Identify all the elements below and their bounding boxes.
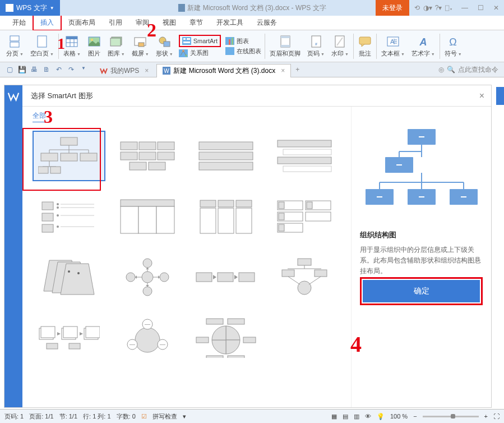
side-panel-tab-top[interactable] — [496, 87, 504, 105]
thumb-list-bars[interactable] — [189, 131, 262, 181]
ribbon-toggle-icon[interactable]: ⎕▾ — [445, 4, 454, 12]
table-button[interactable]: 表格▼ — [60, 30, 84, 62]
svg-rect-91 — [156, 206, 174, 233]
fullscreen-icon[interactable]: ⛶ — [493, 413, 500, 420]
thumb-list-indent[interactable] — [268, 131, 341, 181]
pagenum-button[interactable]: # 页码▼ — [304, 30, 328, 62]
thumb-table[interactable] — [111, 191, 184, 242]
wordart-label: 艺术字 — [411, 50, 430, 57]
doc-tab-current[interactable]: W 新建 Microsoft Word 文档 (3).docx × — [156, 64, 291, 77]
thumb-tree-circles[interactable] — [268, 252, 341, 302]
svg-line-128 — [309, 277, 321, 284]
zoom-slider[interactable] — [423, 416, 479, 417]
close-button[interactable]: ✕ — [488, 4, 504, 12]
close-tab-icon[interactable]: × — [281, 67, 285, 75]
view-lamp-icon[interactable]: 💡 — [377, 413, 385, 420]
relation-label: 关系图 — [190, 49, 209, 57]
comment-button[interactable]: 批注 — [355, 30, 375, 62]
add-tab-button[interactable]: + — [291, 66, 304, 73]
app-menu-button[interactable]: WPS 文字 ▼ — [0, 0, 60, 16]
thumb-process-arrows[interactable] — [189, 252, 262, 302]
relation-button[interactable]: 关系图 — [179, 49, 221, 57]
pagebreak-button[interactable]: 分页▼ — [3, 30, 27, 62]
thumb-segmented-circle[interactable] — [189, 312, 262, 363]
maximize-button[interactable]: ☐ — [473, 4, 488, 12]
close-tab-icon[interactable]: × — [145, 67, 149, 75]
qa-dropdown-icon[interactable]: ▼ — [80, 66, 87, 73]
skin-icon[interactable]: ◑▾ — [423, 4, 432, 12]
search-placeholder: 点此查找命令 — [458, 65, 498, 75]
category-all[interactable]: 全部 — [33, 111, 46, 122]
svg-text:A: A — [419, 36, 427, 47]
redo-icon[interactable]: ↷ — [67, 66, 75, 73]
tab-review[interactable]: 审阅 — [129, 16, 156, 30]
svg-rect-94 — [218, 200, 234, 207]
search-command[interactable]: ◎ 🔍 点此查找命令 — [438, 65, 498, 75]
zoom-in-button[interactable]: + — [484, 413, 488, 420]
thumb-split-list[interactable] — [268, 191, 341, 242]
thumb-radial[interactable] — [111, 252, 184, 302]
screenshot-button[interactable]: 截屏▼ — [128, 30, 152, 62]
tab-references[interactable]: 引用 — [102, 16, 129, 30]
pagenum-icon: # — [311, 35, 321, 48]
gallery-button[interactable]: 图库▼ — [104, 30, 128, 62]
thumb-columns[interactable] — [189, 191, 262, 242]
thumb-layered-pyramid[interactable] — [33, 252, 105, 302]
sync-icon[interactable]: ⟲ — [413, 4, 422, 12]
symbol-button[interactable]: Ω 符号▼ — [441, 30, 465, 62]
view-print-icon[interactable]: ▤ — [343, 413, 348, 420]
zoom-level[interactable]: 100 % — [390, 413, 408, 420]
new-icon[interactable]: ▢ — [6, 66, 13, 73]
thumb-bullets[interactable] — [33, 191, 105, 242]
tab-devtools[interactable]: 开发工具 — [210, 16, 250, 30]
help-icon[interactable]: ?▾ — [434, 4, 443, 12]
svg-text:—: — — [130, 341, 135, 347]
smartart-button[interactable]: SmartArt — [179, 35, 221, 47]
watermark-button[interactable]: 水印▼ — [328, 30, 352, 62]
onlinechart-button[interactable]: 在线图表 — [225, 47, 261, 56]
svg-rect-19 — [183, 42, 190, 43]
shapes-label: 形状 — [156, 50, 168, 57]
blankpage-button[interactable]: 空白页▼ — [27, 30, 57, 62]
ok-button[interactable]: 确定 — [363, 280, 480, 302]
tab-start[interactable]: 开始 — [6, 16, 33, 30]
textbox-button[interactable]: A 文本框▼ — [378, 30, 408, 62]
tab-view[interactable]: 视图 — [156, 16, 183, 30]
view-read-icon[interactable]: 👁 — [365, 413, 371, 420]
thumb-boxes-arrow[interactable] — [33, 312, 105, 363]
chart-button[interactable]: 图表 — [225, 37, 261, 45]
doc-tab-mywps[interactable]: 我的WPS × — [94, 64, 155, 77]
view-web-icon[interactable]: ▦ — [331, 413, 337, 420]
pagenum-label: 页码 — [307, 50, 320, 57]
status-words: 字数: 0 — [117, 412, 136, 421]
login-button[interactable]: 未登录 — [376, 0, 409, 16]
picture-button[interactable]: 图片 — [84, 30, 104, 62]
view-outline-icon[interactable]: ▥ — [354, 413, 359, 420]
svg-rect-29 — [229, 49, 230, 55]
svg-rect-121 — [298, 259, 311, 265]
shapes-button[interactable]: 形状▼ — [152, 30, 177, 62]
svg-rect-67 — [158, 152, 174, 160]
thumb-grid-boxes[interactable] — [111, 131, 184, 181]
wordart-button[interactable]: A 艺术字▼ — [408, 30, 438, 62]
dialog-close-button[interactable]: × — [479, 91, 484, 101]
status-spellcheck[interactable]: 拼写检查 — [152, 412, 177, 421]
minimize-button[interactable]: — — [457, 4, 473, 12]
tab-insert[interactable]: 插入 — [33, 15, 62, 31]
svg-rect-90 — [138, 206, 156, 233]
tab-pagelayout[interactable]: 页面布局 — [62, 16, 102, 30]
zoom-out-button[interactable]: − — [413, 413, 417, 420]
print-icon[interactable]: 🖶 — [30, 66, 38, 73]
thumb-org-chart[interactable] — [33, 131, 105, 181]
preview-icon[interactable]: 🗎 — [43, 66, 50, 73]
svg-point-110 — [143, 259, 152, 268]
undo-icon[interactable]: ↶ — [55, 66, 63, 73]
thumb-cycle[interactable]: ——— — [111, 312, 184, 363]
svg-rect-69 — [149, 162, 165, 170]
svg-rect-49 — [61, 137, 77, 145]
tab-chapter[interactable]: 章节 — [183, 16, 210, 30]
headerfooter-button[interactable]: 页眉和页脚 — [266, 30, 304, 62]
svg-rect-61 — [50, 167, 61, 173]
tab-cloud[interactable]: 云服务 — [250, 16, 284, 30]
save-icon[interactable]: 💾 — [18, 66, 26, 73]
